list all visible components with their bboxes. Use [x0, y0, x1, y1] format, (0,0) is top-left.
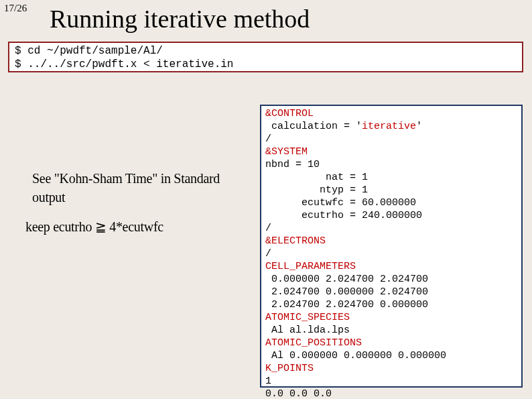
input-line: 2.024700 2.024700 0.000000	[265, 299, 428, 310]
input-line: '	[416, 121, 422, 132]
kw-cell-parameters: CELL_PARAMETERS	[265, 261, 356, 272]
input-line: ntyp = 1	[265, 184, 368, 196]
note-kohn-sham: See "Kohn-Sham Time" in Standard output	[32, 169, 247, 207]
slide-title: Running iterative method	[50, 4, 310, 34]
input-line: Al al.lda.lps	[265, 325, 350, 336]
input-line: ecutwfc = 60.000000	[265, 197, 416, 209]
kw-atomic-positions: ATOMIC_POSITIONS	[265, 337, 362, 349]
input-line: 0.0 0.0 0.0	[265, 388, 332, 399]
input-line: /	[265, 248, 271, 260]
input-line: nbnd = 10	[265, 159, 320, 170]
input-line: /	[265, 223, 271, 234]
input-line: ecutrho = 240.000000	[265, 210, 422, 221]
input-line: nat = 1	[265, 172, 368, 183]
note-ecutrho: keep ecutrho ≧ 4*ecutwfc	[25, 219, 240, 235]
input-file-box: &CONTROL calculation = 'iterative' / &SY…	[260, 105, 523, 388]
kw-control: &CONTROL	[265, 108, 314, 119]
input-line: 1	[265, 376, 271, 387]
cmd-line-2: $ ../../src/pwdft.x < iterative.in	[15, 58, 233, 70]
kw-iterative: iterative	[362, 121, 416, 132]
kw-electrons: &ELECTRONS	[265, 235, 326, 247]
input-line: /	[265, 133, 271, 145]
input-line: Al 0.000000 0.000000 0.000000	[265, 350, 446, 361]
command-box: $ cd ~/pwdft/sample/Al/ $ ../../src/pwdf…	[8, 42, 523, 72]
kw-atomic-species: ATOMIC_SPECIES	[265, 312, 350, 323]
kw-k-points: K_POINTS	[265, 363, 314, 374]
input-line: calculation = '	[265, 121, 362, 132]
input-line: 2.024700 0.000000 2.024700	[265, 286, 428, 298]
kw-system: &SYSTEM	[265, 146, 308, 158]
cmd-line-1: $ cd ~/pwdft/sample/Al/	[15, 45, 163, 57]
page-number: 17/26	[4, 3, 27, 14]
input-line: 0.000000 2.024700 2.024700	[265, 274, 428, 285]
